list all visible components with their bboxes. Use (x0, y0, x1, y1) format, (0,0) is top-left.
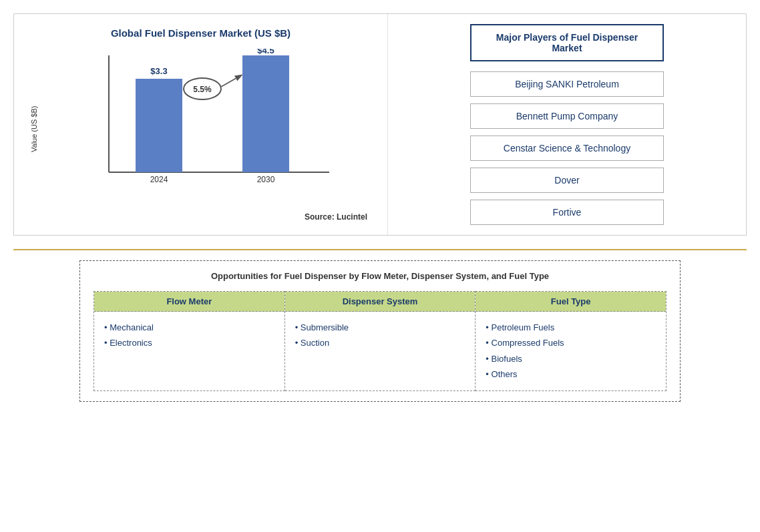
opp-column-flow-meter: Flow Meter Mechanical Electronics (93, 291, 285, 391)
players-title: Major Players of Fuel Dispenser Market (470, 24, 664, 61)
opp-header-fuel: Fuel Type (476, 292, 666, 312)
bar-2024 (136, 79, 182, 172)
chart-area: Global Fuel Dispenser Market (US $B) Val… (14, 14, 388, 235)
bar-2024-value: $3.3 (150, 66, 167, 76)
cagr-arrow (221, 75, 241, 87)
chart-inner: $3.3 2024 $4.5 2030 5. (44, 49, 374, 209)
opp-column-dispenser: Dispenser System Submersible Suction (285, 291, 476, 391)
player-box-3: Dover (470, 168, 664, 193)
opp-header-dispenser: Dispenser System (285, 292, 476, 312)
opp-item-electronics: Electronics (104, 335, 274, 350)
player-box-2: Censtar Science & Technology (470, 136, 664, 161)
bar-2024-label: 2024 (150, 175, 168, 184)
opp-content-fuel: Petroleum Fuels Compressed Fuels Biofuel… (476, 312, 666, 390)
bar-chart-svg: $3.3 2024 $4.5 2030 5. (44, 49, 374, 196)
main-container: Global Fuel Dispenser Market (US $B) Val… (0, 0, 760, 532)
opp-content-flow-meter: Mechanical Electronics (94, 312, 284, 390)
divider-line (13, 249, 747, 250)
opportunities-title: Opportunities for Fuel Dispenser by Flow… (93, 271, 667, 281)
source-text: Source: Lucintel (27, 212, 374, 222)
chart-wrapper: Value (US $B) $3.3 20 (27, 49, 374, 209)
bar-2030 (242, 55, 289, 172)
opp-content-dispenser: Submersible Suction (285, 312, 476, 390)
player-box-1: Bennett Pump Company (470, 103, 664, 129)
player-box-0: Beijing SANKI Petroleum (470, 71, 664, 97)
opportunities-grid: Flow Meter Mechanical Electronics Dispen… (93, 291, 667, 391)
bar-2030-value: $4.5 (257, 49, 274, 55)
opportunities-section: Opportunities for Fuel Dispenser by Flow… (79, 260, 681, 402)
y-axis-label: Value (US $B) (27, 49, 41, 209)
opp-item-mechanical: Mechanical (104, 320, 274, 335)
chart-title: Global Fuel Dispenser Market (US $B) (27, 27, 374, 39)
cagr-text: 5.5% (193, 85, 212, 94)
players-area: Major Players of Fuel Dispenser Market B… (388, 14, 746, 235)
opp-item-compressed: Compressed Fuels (486, 335, 656, 350)
opp-item-submersible: Submersible (295, 320, 465, 335)
opp-item-biofuels: Biofuels (486, 351, 656, 366)
opp-item-suction: Suction (295, 335, 465, 350)
opp-column-fuel: Fuel Type Petroleum Fuels Compressed Fue… (476, 291, 667, 391)
opp-header-flow-meter: Flow Meter (94, 292, 284, 312)
opp-item-petroleum: Petroleum Fuels (486, 320, 656, 335)
player-box-4: Fortive (470, 200, 664, 225)
opp-item-others: Others (486, 366, 656, 382)
bar-2030-label: 2030 (257, 175, 275, 184)
top-section: Global Fuel Dispenser Market (US $B) Val… (13, 13, 747, 236)
